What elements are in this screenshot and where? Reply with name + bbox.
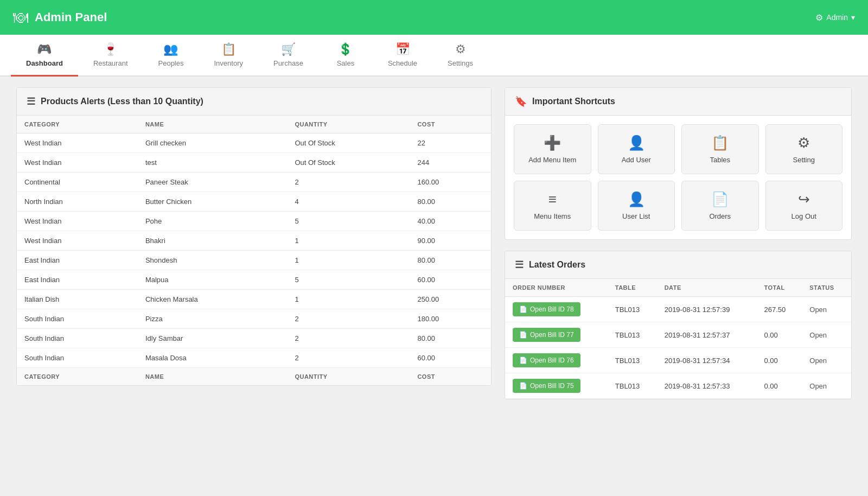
latest-orders-card: ☰ Latest Orders ORDER NUMBER TABLE DATE … [505,251,852,399]
row-cost: 40.00 [410,212,491,231]
shortcuts-header: 🔖 Important Shortcuts [505,88,851,116]
table-row: West Indian Bhakri 1 90.00 [17,231,491,251]
open-bill-button[interactable]: 📄 Open Bill ID 75 [513,379,580,393]
purchase-icon: 🛒 [281,42,296,56]
order-bill-btn-cell: 📄 Open Bill ID 76 [505,348,608,373]
shortcut-menu-items[interactable]: ≡ Menu Items [514,181,591,231]
order-table: TBL013 [608,348,657,373]
nav-tab-dashboard[interactable]: 🎮 Dashboard [11,35,78,77]
schedule-icon: 📅 [395,42,410,56]
row-category: North Indian [17,192,138,212]
shortcuts-grid: ➕ Add Menu Item 👤 Add User 📋 Tables ⚙ Se… [505,116,851,239]
bookmark-icon: 🔖 [515,96,527,107]
order-bill-btn-cell: 📄 Open Bill ID 77 [505,322,608,348]
bill-doc-icon: 📄 [519,331,527,339]
row-cost: 80.00 [410,192,491,212]
order-row: 📄 Open Bill ID 75 TBL013 2019-08-31 12:5… [505,373,851,399]
row-quantity: Out Of Stock [287,133,410,153]
row-cost: 60.00 [410,348,491,368]
order-status: Open [802,373,851,399]
sales-label: Sales [337,59,355,67]
shortcut-orders[interactable]: 📄 Orders [681,181,759,231]
admin-menu[interactable]: ⚙ Admin ▾ [815,12,855,23]
row-cost: 80.00 [410,251,491,270]
dashboard-icon: 🎮 [37,42,52,56]
bill-label: Open Bill ID 76 [530,357,574,364]
restaurant-icon: 🍷 [103,42,118,56]
row-quantity: 1 [287,290,410,309]
row-name: Pohe [138,212,287,231]
row-name: Malpua [138,270,287,290]
order-table: TBL013 [608,373,657,399]
sales-icon: 💲 [338,42,353,56]
nav-tab-schedule[interactable]: 📅 Schedule [373,35,432,77]
order-total: 0.00 [757,322,802,348]
order-total: 0.00 [757,373,802,399]
order-status: Open [802,322,851,348]
open-bill-button[interactable]: 📄 Open Bill ID 76 [513,353,580,367]
setting-icon: ⚙ [797,135,810,151]
inventory-icon: 📋 [221,42,236,56]
admin-gear-icon: ⚙ [815,12,823,23]
orders-col-table: TABLE [608,279,657,297]
left-panel: ☰ Products Alerts (Less than 10 Quantity… [16,87,492,399]
log-out-icon: ↪ [798,191,810,208]
shortcut-add-menu-item[interactable]: ➕ Add Menu Item [514,124,591,174]
shortcut-setting[interactable]: ⚙ Setting [765,124,843,174]
table-row: South Indian Idly Sambar 2 80.00 [17,329,491,348]
table-row: Continental Paneer Steak 2 160.00 [17,173,491,192]
order-total: 0.00 [757,348,802,373]
footer-col-cost: COST [410,368,491,386]
order-date: 2019-08-31 12:57:34 [657,348,757,373]
bill-doc-icon: 📄 [519,357,527,364]
row-cost: 90.00 [410,231,491,251]
open-bill-button[interactable]: 📄 Open Bill ID 78 [513,302,580,316]
orders-icon: 📄 [711,191,729,208]
nav-tab-inventory[interactable]: 📋 Inventory [199,35,258,77]
row-cost: 244 [410,153,491,173]
row-quantity: 2 [287,173,410,192]
table-row: South Indian Pizza 2 180.00 [17,309,491,329]
shortcuts-card: 🔖 Important Shortcuts ➕ Add Menu Item 👤 … [505,87,852,240]
nav-tab-settings[interactable]: ⚙ Settings [432,35,488,77]
row-category: South Indian [17,309,138,329]
chef-hat-icon: 🍽 [13,9,28,27]
row-quantity: Out Of Stock [287,153,410,173]
settings-label: Settings [448,59,473,67]
table-row: Italian Dish Chicken Marsala 1 250.00 [17,290,491,309]
shortcut-log-out[interactable]: ↪ Log Out [765,181,843,231]
nav-tab-peoples[interactable]: 👥 Peoples [143,35,199,77]
admin-chevron-icon: ▾ [851,13,855,22]
col-quantity: QUANTITY [287,116,410,133]
shortcut-add-user[interactable]: 👤 Add User [598,124,675,174]
app-title: Admin Panel [35,10,107,24]
bill-label: Open Bill ID 77 [530,331,574,339]
nav-tab-sales[interactable]: 💲 Sales [318,35,373,77]
bill-label: Open Bill ID 75 [530,382,574,390]
footer-col-category: CATEGORY [17,368,138,386]
nav-tab-restaurant[interactable]: 🍷 Restaurant [78,35,143,77]
col-category: CATEGORY [17,116,138,133]
table-row: North Indian Butter Chicken 4 80.00 [17,192,491,212]
row-cost: 160.00 [410,173,491,192]
row-quantity: 1 [287,251,410,270]
order-total: 267.50 [757,297,802,322]
main-content: ☰ Products Alerts (Less than 10 Quantity… [0,77,868,410]
row-quantity: 5 [287,270,410,290]
shortcut-tables[interactable]: 📋 Tables [681,124,759,174]
bill-label: Open Bill ID 78 [530,306,574,313]
bill-doc-icon: 📄 [519,382,527,390]
shortcut-user-list[interactable]: 👤 User List [598,181,675,231]
nav-tab-purchase[interactable]: 🛒 Purchase [258,35,318,77]
row-name: test [138,153,287,173]
row-quantity: 5 [287,212,410,231]
add-user-icon: 👤 [628,135,645,151]
orders-table: ORDER NUMBER TABLE DATE TOTAL STATUS 📄 O… [505,279,851,399]
table-row: West Indian Grill checken Out Of Stock 2… [17,133,491,153]
row-quantity: 2 [287,329,410,348]
header: 🍽 Admin Panel ⚙ Admin ▾ [0,0,868,35]
table-row: West Indian Pohe 5 40.00 [17,212,491,231]
products-alert-header: ☰ Products Alerts (Less than 10 Quantity… [17,88,491,116]
open-bill-button[interactable]: 📄 Open Bill ID 77 [513,328,580,342]
tables-icon: 📋 [711,135,729,151]
